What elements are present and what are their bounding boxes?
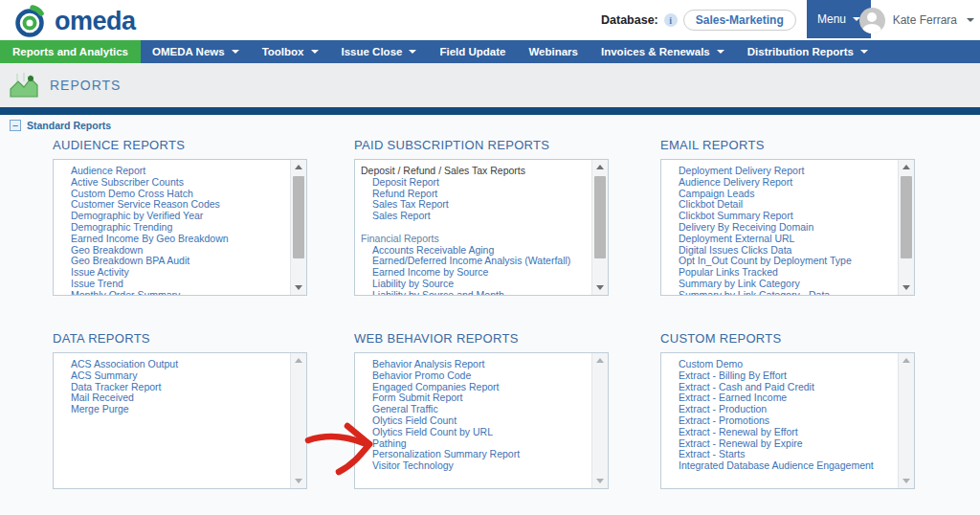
triangle-down-icon [902, 285, 910, 290]
report-link-integrated-database-audience-engagement[interactable]: Integrated Database Audience Engagement [661, 460, 898, 472]
nav-item-label: OMEDA News [152, 46, 225, 57]
scroll-up-arrow[interactable] [899, 160, 914, 174]
menu-label: Menu [817, 12, 846, 26]
report-link-summary-by-link-category[interactable]: Summary by Link Category [661, 279, 898, 290]
report-link-monthly-order-summary[interactable]: Monthly Order Summary [54, 290, 290, 295]
caret-down-icon [409, 50, 416, 54]
triangle-up-icon [295, 358, 302, 363]
omeda-logo-icon [13, 4, 48, 38]
report-link-issue-trend[interactable]: Issue Trend [54, 279, 290, 290]
nav-item-label: Issue Close [342, 46, 403, 57]
scrollbar[interactable] [898, 160, 914, 295]
report-link-sales-report[interactable]: Sales Report [355, 211, 591, 222]
report-list: Deployment Delivery ReportAudience Deliv… [661, 160, 898, 295]
scrollbar[interactable] [290, 160, 306, 295]
scroll-down-arrow[interactable] [899, 280, 914, 295]
nav-item-distribution-reports[interactable]: Distribution Reports [736, 40, 880, 63]
scroll-up-arrow[interactable] [592, 160, 608, 174]
database-label: Database: [601, 13, 658, 27]
main-nav: Reports and AnalyticsOMEDA NewsToolboxIs… [0, 40, 980, 63]
nav-item-field-update[interactable]: Field Update [428, 40, 517, 63]
database-selector-group: Database: i [601, 0, 796, 40]
report-listbox: Behavior Analysis ReportBehavior Promo C… [354, 352, 609, 489]
nav-item-webinars[interactable]: Webinars [517, 40, 590, 63]
scrollbar[interactable] [290, 353, 306, 488]
standard-reports-toggle[interactable]: − Standard Reports [10, 120, 111, 131]
report-link-liability-by-source[interactable]: Liability by Source [355, 279, 591, 290]
scroll-up-arrow[interactable] [899, 353, 914, 368]
user-name: Kate Ferrara [893, 13, 957, 27]
logo-wordmark: omeda [55, 7, 136, 36]
triangle-up-icon [596, 358, 604, 363]
collapse-minus-icon[interactable]: − [10, 120, 21, 131]
section-title: EMAIL REPORTS [660, 138, 915, 152]
page-title: REPORTS [50, 78, 121, 93]
caret-down-icon [311, 50, 319, 54]
nav-item-label: Reports and Analytics [12, 46, 128, 57]
report-link-deployment-external-url[interactable]: Deployment External URL [661, 234, 898, 245]
triangle-up-icon [902, 165, 910, 169]
report-link-olytics-field-count[interactable]: Olytics Field Count [355, 415, 591, 427]
report-link-summary-by-link-category-data[interactable]: Summary by Link Category - Data [661, 290, 898, 295]
scrollbar-thumb[interactable] [293, 176, 304, 258]
report-link-earned-income-by-geo-breakdown[interactable]: Earned Income By Geo Breakdown [54, 234, 290, 245]
database-input[interactable] [683, 10, 796, 31]
scroll-down-arrow[interactable] [592, 280, 608, 295]
triangle-down-icon [295, 479, 302, 483]
report-link-extract-billing-by-effort[interactable]: Extract - Billing By Effort [661, 370, 898, 382]
report-link-audience-delivery-report[interactable]: Audience Delivery Report [661, 177, 898, 189]
report-listbox: Deployment Delivery ReportAudience Deliv… [660, 159, 915, 296]
user-menu[interactable]: Kate Ferrara [859, 0, 974, 40]
scroll-down-arrow[interactable] [899, 474, 914, 488]
caret-down-icon [232, 50, 239, 54]
nav-item-omeda-news[interactable]: OMEDA News [141, 40, 251, 63]
report-section-custom-reports: CUSTOM REPORTSCustom DemoExtract - Billi… [660, 331, 915, 489]
scrollbar[interactable] [591, 160, 608, 295]
scrollbar-thumb[interactable] [594, 176, 606, 258]
report-link-extract-promotions[interactable]: Extract - Promotions [661, 415, 898, 427]
report-link-merge-purge[interactable]: Merge Purge [54, 404, 290, 415]
report-link-deposit-report[interactable]: Deposit Report [355, 177, 591, 189]
triangle-down-icon [295, 285, 302, 290]
report-link-behavior-promo-code[interactable]: Behavior Promo Code [355, 370, 591, 382]
report-link-delivery-by-receiving-domain[interactable]: Delivery By Receiving Domain [661, 222, 898, 234]
list-spacer [355, 222, 591, 234]
scrollbar[interactable] [591, 353, 608, 488]
nav-item-label: Field Update [439, 46, 505, 57]
report-link-olytics-field-count-by-url[interactable]: Olytics Field Count by URL [355, 427, 591, 438]
report-list: Deposit / Refund / Sales Tax ReportsDepo… [355, 160, 591, 295]
report-link-extract-renewal-by-effort[interactable]: Extract - Renewal by Effort [661, 427, 898, 438]
scroll-down-arrow[interactable] [592, 474, 608, 488]
scroll-down-arrow[interactable] [291, 280, 306, 295]
report-link-visitor-technology[interactable]: Visitor Technology [355, 460, 591, 472]
scroll-up-arrow[interactable] [592, 353, 608, 368]
report-link-demographic-trending[interactable]: Demographic Trending [54, 222, 290, 234]
report-list: Audience ReportActive Subscriber CountsC… [54, 160, 290, 295]
report-link-liability-by-source-and-month[interactable]: Liability by Source and Month [355, 290, 591, 295]
omeda-logo[interactable]: omeda [13, 4, 136, 38]
scrollbar[interactable] [898, 353, 914, 488]
nav-item-reports-and-analytics[interactable]: Reports and Analytics [0, 40, 141, 63]
nav-item-toolbox[interactable]: Toolbox [251, 40, 330, 63]
scroll-down-arrow[interactable] [291, 474, 306, 488]
standard-reports-label: Standard Reports [27, 120, 111, 131]
divider-bar [0, 107, 980, 115]
caret-down-icon [717, 50, 724, 54]
nav-item-label: Invoices & Renewals [601, 46, 710, 57]
triangle-down-icon [596, 285, 604, 290]
top-header: omeda Database: i Menu Kate Ferrara [0, 0, 980, 40]
nav-item-invoices-renewals[interactable]: Invoices & Renewals [590, 40, 736, 63]
info-icon[interactable]: i [664, 13, 678, 27]
report-section-email-reports: EMAIL REPORTSDeployment Delivery ReportA… [660, 138, 915, 296]
report-link-acs-summary[interactable]: ACS Summary [54, 370, 290, 382]
triangle-up-icon [596, 165, 604, 169]
report-section-data-reports: DATA REPORTSACS Association OutputACS Su… [53, 331, 307, 489]
report-listbox: ACS Association OutputACS SummaryData Tr… [53, 352, 307, 489]
scroll-up-arrow[interactable] [291, 160, 306, 174]
report-link-active-subscriber-counts[interactable]: Active Subscriber Counts [54, 177, 290, 189]
scroll-up-arrow[interactable] [291, 353, 306, 368]
caret-down-icon [967, 18, 974, 22]
nav-item-issue-close[interactable]: Issue Close [330, 40, 429, 63]
scrollbar-thumb[interactable] [901, 176, 912, 258]
report-listbox: Audience ReportActive Subscriber CountsC… [53, 159, 307, 296]
